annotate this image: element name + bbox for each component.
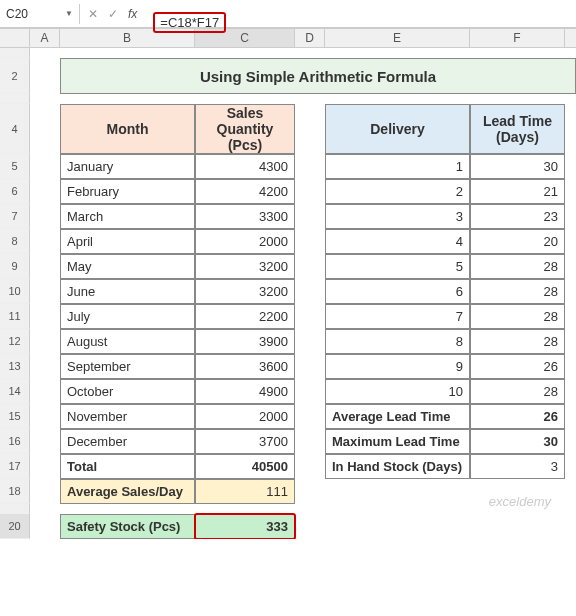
- cell-qty[interactable]: 3200: [195, 254, 295, 279]
- max-lead-val[interactable]: 30: [470, 429, 565, 454]
- cell-delivery[interactable]: 1: [325, 154, 470, 179]
- fx-icon[interactable]: fx: [128, 7, 143, 21]
- row-header[interactable]: 8: [0, 229, 30, 254]
- spreadsheet-grid: 1 2 Using Simple Arithmetic Formula 3 4 …: [0, 48, 576, 539]
- row-header[interactable]: 1: [0, 48, 30, 58]
- column-headers: A B C D E F: [0, 28, 576, 48]
- max-lead-label[interactable]: Maximum Lead Time: [325, 429, 470, 454]
- page-title: Using Simple Arithmetic Formula: [60, 58, 576, 94]
- row-header[interactable]: 4: [0, 104, 30, 154]
- formula-bar-icons: ✕ ✓ fx: [80, 7, 151, 21]
- cell-month[interactable]: October: [60, 379, 195, 404]
- avg-lead-val[interactable]: 26: [470, 404, 565, 429]
- cell-leadtime[interactable]: 26: [470, 354, 565, 379]
- row-header[interactable]: 5: [0, 154, 30, 179]
- cell-leadtime[interactable]: 28: [470, 329, 565, 354]
- name-box[interactable]: C20 ▼: [0, 4, 80, 24]
- header-month: Month: [60, 104, 195, 154]
- cell-month[interactable]: August: [60, 329, 195, 354]
- cell-month[interactable]: February: [60, 179, 195, 204]
- row-header[interactable]: 12: [0, 329, 30, 354]
- cell-leadtime[interactable]: 28: [470, 254, 565, 279]
- cell-qty[interactable]: 2000: [195, 404, 295, 429]
- row-header[interactable]: 2: [0, 58, 30, 94]
- formula-text: =C18*F17: [153, 12, 226, 33]
- name-box-value: C20: [6, 7, 28, 21]
- cell-qty[interactable]: 4900: [195, 379, 295, 404]
- cell-qty[interactable]: 3700: [195, 429, 295, 454]
- inhand-label[interactable]: In Hand Stock (Days): [325, 454, 470, 479]
- cell-month[interactable]: July: [60, 304, 195, 329]
- cell-qty[interactable]: 3600: [195, 354, 295, 379]
- cell-qty[interactable]: 2200: [195, 304, 295, 329]
- formula-bar: C20 ▼ ✕ ✓ fx =C18*F17: [0, 0, 576, 28]
- cell-month[interactable]: June: [60, 279, 195, 304]
- cell-delivery[interactable]: 4: [325, 229, 470, 254]
- cell-delivery[interactable]: 2: [325, 179, 470, 204]
- cell-month[interactable]: December: [60, 429, 195, 454]
- header-lead-time: Lead Time (Days): [470, 104, 565, 154]
- cell-month[interactable]: January: [60, 154, 195, 179]
- cell-leadtime[interactable]: 23: [470, 204, 565, 229]
- row-header[interactable]: 7: [0, 204, 30, 229]
- row-header[interactable]: 19: [0, 504, 30, 514]
- accept-icon[interactable]: ✓: [108, 7, 118, 21]
- cell-leadtime[interactable]: 21: [470, 179, 565, 204]
- row-header[interactable]: 10: [0, 279, 30, 304]
- cell-month[interactable]: May: [60, 254, 195, 279]
- cell-qty[interactable]: 3300: [195, 204, 295, 229]
- row-header[interactable]: 3: [0, 94, 30, 104]
- row-header[interactable]: 20: [0, 514, 30, 539]
- cell-month[interactable]: April: [60, 229, 195, 254]
- cell-delivery[interactable]: 6: [325, 279, 470, 304]
- formula-input[interactable]: =C18*F17: [151, 11, 576, 17]
- row-header[interactable]: 6: [0, 179, 30, 204]
- safety-stock-label[interactable]: Safety Stock (Pcs): [60, 514, 195, 539]
- avg-lead-label[interactable]: Average Lead Time: [325, 404, 470, 429]
- row-header[interactable]: 11: [0, 304, 30, 329]
- cell-delivery[interactable]: 3: [325, 204, 470, 229]
- col-header-d[interactable]: D: [295, 29, 325, 47]
- cell-delivery[interactable]: 5: [325, 254, 470, 279]
- cell-delivery[interactable]: 9: [325, 354, 470, 379]
- cell-delivery[interactable]: 10: [325, 379, 470, 404]
- cancel-icon[interactable]: ✕: [88, 7, 98, 21]
- cell-leadtime[interactable]: 30: [470, 154, 565, 179]
- cell-month[interactable]: September: [60, 354, 195, 379]
- cell-delivery[interactable]: 7: [325, 304, 470, 329]
- col-header-a[interactable]: A: [30, 29, 60, 47]
- row-header[interactable]: 16: [0, 429, 30, 454]
- cell-qty[interactable]: 3200: [195, 279, 295, 304]
- row-header[interactable]: 14: [0, 379, 30, 404]
- col-header-f[interactable]: F: [470, 29, 565, 47]
- row-header[interactable]: 18: [0, 479, 30, 504]
- header-delivery: Delivery: [325, 104, 470, 154]
- header-sales-qty: Sales Quantity (Pcs): [195, 104, 295, 154]
- row-header[interactable]: 15: [0, 404, 30, 429]
- col-header-e[interactable]: E: [325, 29, 470, 47]
- chevron-down-icon[interactable]: ▼: [65, 9, 73, 18]
- cell-leadtime[interactable]: 20: [470, 229, 565, 254]
- cell-delivery[interactable]: 8: [325, 329, 470, 354]
- row-header[interactable]: 9: [0, 254, 30, 279]
- avg-sales-val[interactable]: 111: [195, 479, 295, 504]
- cell-leadtime[interactable]: 28: [470, 379, 565, 404]
- row-header[interactable]: 13: [0, 354, 30, 379]
- avg-sales-label[interactable]: Average Sales/Day: [60, 479, 195, 504]
- total-val[interactable]: 40500: [195, 454, 295, 479]
- cell-qty[interactable]: 4300: [195, 154, 295, 179]
- watermark: exceldemy: [489, 494, 551, 509]
- cell-qty[interactable]: 3900: [195, 329, 295, 354]
- cell-leadtime[interactable]: 28: [470, 279, 565, 304]
- total-label[interactable]: Total: [60, 454, 195, 479]
- cell-qty[interactable]: 4200: [195, 179, 295, 204]
- row-header[interactable]: 17: [0, 454, 30, 479]
- cell-month[interactable]: November: [60, 404, 195, 429]
- cell-month[interactable]: March: [60, 204, 195, 229]
- inhand-val[interactable]: 3: [470, 454, 565, 479]
- cell-qty[interactable]: 2000: [195, 229, 295, 254]
- cell-leadtime[interactable]: 28: [470, 304, 565, 329]
- safety-stock-val[interactable]: 333: [195, 514, 295, 539]
